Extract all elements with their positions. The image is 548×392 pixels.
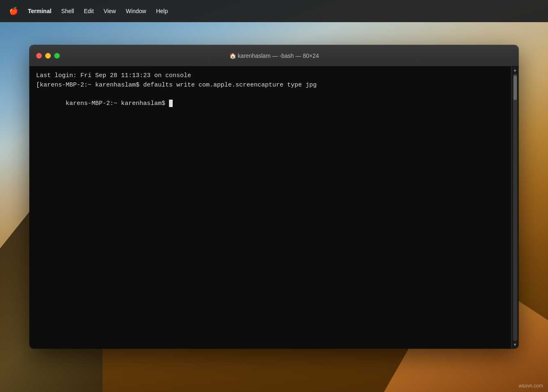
maximize-button[interactable] [54, 53, 60, 59]
menubar-shell[interactable]: Shell [57, 6, 78, 16]
menubar-window[interactable]: Window [122, 6, 151, 16]
terminal-line-3: karens-MBP-2:~ karenhaslam$ [36, 90, 512, 118]
terminal-window: 🏠 karenhaslam — -bash — 80×24 Last login… [30, 45, 518, 349]
terminal-line-1: Last login: Fri Sep 28 11:13:23 on conso… [36, 71, 512, 81]
minimize-button[interactable] [45, 53, 51, 59]
scrollbar-up-arrow[interactable]: ▲ [512, 67, 518, 73]
terminal-cursor [169, 100, 173, 107]
scrollbar-down-arrow[interactable]: ▼ [512, 342, 518, 348]
terminal-prompt: karens-MBP-2:~ karenhaslam$ [66, 100, 169, 107]
terminal-title-text: 🏠 karenhaslam — -bash — 80×24 [229, 52, 319, 59]
terminal-scrollbar[interactable]: ▲ ▼ [511, 66, 518, 349]
terminal-titlebar: 🏠 karenhaslam — -bash — 80×24 [30, 45, 518, 66]
desktop: 🍎 Terminal Shell Edit View Window Help 🏠… [0, 0, 548, 392]
terminal-line-2: [karens-MBP-2:~ karenhaslam$ defaults wr… [36, 81, 512, 90]
apple-menu[interactable]: 🍎 [5, 6, 22, 16]
scrollbar-track[interactable] [513, 74, 517, 341]
close-button[interactable] [36, 53, 42, 59]
window-controls [36, 53, 60, 59]
menubar-terminal[interactable]: Terminal [24, 6, 55, 16]
menubar-edit[interactable]: Edit [80, 6, 98, 16]
menubar-help[interactable]: Help [152, 6, 172, 16]
scrollbar-thumb[interactable] [514, 75, 517, 100]
terminal-body[interactable]: Last login: Fri Sep 28 11:13:23 on conso… [30, 66, 518, 349]
menubar-view[interactable]: View [100, 6, 120, 16]
menubar: 🍎 Terminal Shell Edit View Window Help [0, 0, 548, 22]
watermark: wsxvn.com [519, 383, 543, 389]
terminal-title: 🏠 karenhaslam — -bash — 80×24 [229, 52, 319, 59]
